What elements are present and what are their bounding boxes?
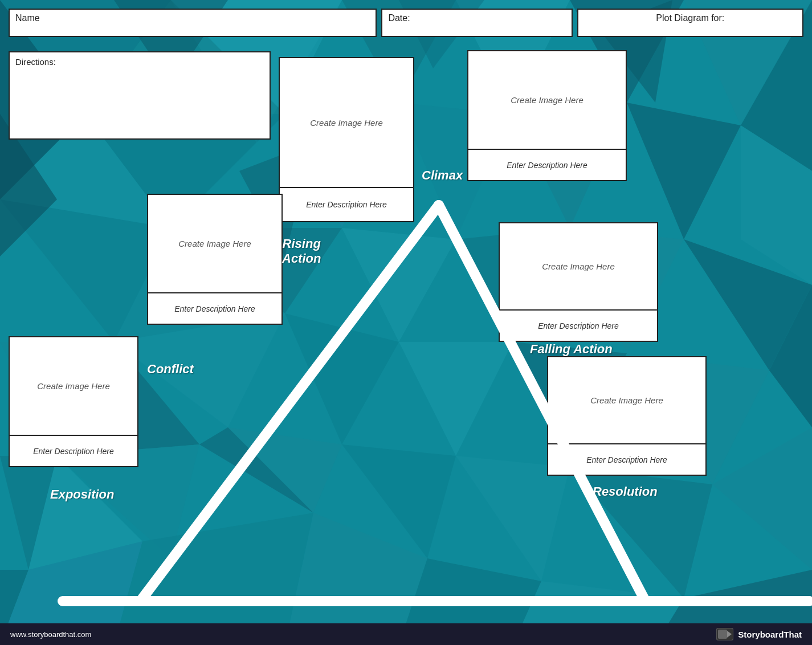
name-box: Name bbox=[9, 9, 377, 37]
falling-action-image1-placeholder: Create Image Here bbox=[542, 262, 615, 271]
rising-action-desc-text: Enter Description Here bbox=[174, 304, 255, 313]
date-label: Date: bbox=[388, 13, 410, 23]
plot-label: Plot Diagram for: bbox=[656, 13, 724, 23]
climax-right-image: Create Image Here bbox=[467, 50, 627, 150]
exposition-image: Create Image Here bbox=[9, 336, 138, 436]
resolution-image: Create Image Here bbox=[547, 356, 707, 444]
climax-right-card: Create Image Here Enter Description Here bbox=[467, 50, 627, 181]
climax-right-desc-text: Enter Description Here bbox=[507, 161, 587, 170]
rising-action-label: Rising Action bbox=[282, 236, 321, 266]
climax-right-desc: Enter Description Here bbox=[467, 150, 627, 181]
resolution-desc-text: Enter Description Here bbox=[586, 455, 667, 464]
climax-desc-text: Enter Description Here bbox=[306, 200, 387, 209]
rising-action-image: Create Image Here bbox=[147, 194, 283, 293]
exposition-desc-text: Enter Description Here bbox=[33, 447, 114, 456]
falling-action-card1: Create Image Here Enter Description Here bbox=[499, 222, 658, 342]
exposition-label: Exposition bbox=[50, 487, 114, 502]
date-box: Date: bbox=[381, 9, 572, 37]
name-label: Name bbox=[15, 13, 40, 23]
directions-label: Directions: bbox=[15, 57, 56, 67]
brand-icon bbox=[716, 628, 733, 640]
resolution-card: Create Image Here Enter Description Here bbox=[547, 356, 707, 476]
footer: www.storyboardthat.com StoryboardThat bbox=[0, 623, 812, 645]
plot-box: Plot Diagram for: bbox=[577, 9, 803, 37]
climax-image: Create Image Here bbox=[279, 57, 414, 188]
footer-brand: StoryboardThat bbox=[716, 628, 802, 640]
resolution-desc: Enter Description Here bbox=[547, 444, 707, 476]
falling-action-label: Falling Action bbox=[530, 342, 613, 357]
falling-action-image1: Create Image Here bbox=[499, 222, 658, 311]
exposition-card: Create Image Here Enter Description Here bbox=[9, 336, 138, 467]
climax-label: Climax bbox=[422, 168, 463, 183]
conflict-label: Conflict bbox=[147, 362, 194, 377]
rising-action-desc: Enter Description Here bbox=[147, 293, 283, 325]
climax-card: Create Image Here Enter Description Here bbox=[279, 57, 414, 222]
exposition-desc: Enter Description Here bbox=[9, 436, 138, 467]
brand-name: StoryboardThat bbox=[738, 630, 802, 639]
climax-right-image-placeholder: Create Image Here bbox=[511, 95, 584, 105]
falling-action-desc1: Enter Description Here bbox=[499, 311, 658, 342]
svg-rect-56 bbox=[718, 630, 727, 639]
rising-action-image-placeholder: Create Image Here bbox=[178, 239, 251, 248]
main-wrapper: Name Date: Plot Diagram for: Directions:… bbox=[0, 0, 812, 645]
resolution-label: Resolution bbox=[593, 484, 658, 499]
climax-image-placeholder: Create Image Here bbox=[310, 118, 383, 128]
directions-box: Directions: bbox=[9, 51, 271, 140]
falling-action-desc1-text: Enter Description Here bbox=[538, 321, 619, 330]
rising-action-card: Create Image Here Enter Description Here bbox=[147, 194, 283, 325]
climax-desc: Enter Description Here bbox=[279, 188, 414, 222]
footer-url: www.storyboardthat.com bbox=[10, 630, 91, 639]
header-row: Name Date: Plot Diagram for: bbox=[9, 9, 803, 37]
resolution-image-placeholder: Create Image Here bbox=[590, 395, 663, 405]
exposition-image-placeholder: Create Image Here bbox=[37, 381, 110, 391]
